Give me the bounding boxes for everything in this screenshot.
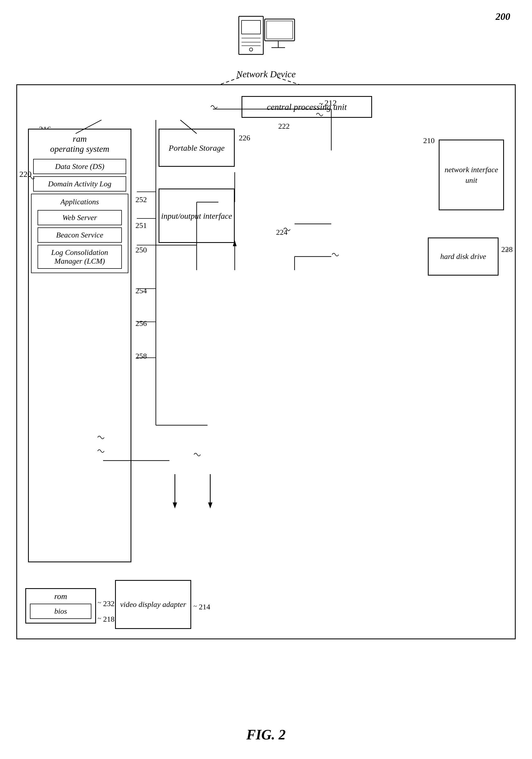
ref-224: 224: [276, 228, 287, 237]
hdd-label: hard disk drive: [440, 252, 486, 261]
network-device-label: Network Device: [211, 69, 321, 79]
ref-214-wavy: ~: [193, 603, 197, 610]
rom-outer-box: rom bios: [25, 588, 96, 623]
vda-label: video display adapter: [120, 599, 186, 610]
computer-icon: [236, 11, 296, 65]
ref-218-wavy: ~: [97, 615, 101, 622]
os-label: operating system: [29, 144, 131, 157]
cpu-box: central processing unit: [242, 96, 372, 118]
hard-disk-drive-box: hard disk drive: [428, 237, 499, 276]
network-device-area: Network Device: [211, 11, 321, 79]
page-container: 200 Network Device central processing un…: [0, 0, 532, 759]
web-server-box: Web Server: [38, 210, 122, 225]
ram-label: ram: [29, 130, 131, 144]
data-store-box: Data Store (DS): [33, 159, 126, 174]
niu-label: network interface unit: [439, 164, 503, 185]
ram-os-box: ram operating system Data Store (DS) Dom…: [28, 129, 132, 562]
data-store-label: Data Store (DS): [55, 162, 104, 171]
io-interface-label: input/output interface: [161, 211, 232, 221]
ref-254: 254: [135, 287, 147, 295]
bios-box: bios: [30, 604, 92, 619]
svg-rect-44: [265, 19, 294, 41]
ref-250: 250: [135, 246, 147, 254]
ref-232: 232: [103, 599, 115, 608]
svg-rect-45: [267, 21, 293, 39]
ref-222: 222: [278, 122, 290, 131]
rom-area: rom bios: [25, 588, 96, 623]
ref-214: 214: [199, 603, 210, 611]
ref-220: 220: [19, 170, 31, 179]
ref-251: 251: [135, 221, 147, 230]
io-interface-box: input/output interface: [159, 188, 235, 243]
ref-228: 228: [501, 245, 513, 254]
domain-activity-log-box: Domain Activity Log: [33, 176, 126, 191]
video-display-adapter-box: video display adapter: [115, 580, 191, 629]
ref-210: 210: [423, 136, 435, 145]
portable-storage-box: Portable Storage: [159, 129, 235, 167]
ref-218: 218: [103, 615, 115, 623]
log-consolidation-box: Log Consolidation Manager (LCM): [38, 245, 122, 269]
ref-256: 256: [135, 319, 147, 328]
applications-outer-box: Applications Web Server Beacon Service L…: [31, 194, 129, 273]
cpu-ref: 212: [324, 98, 337, 107]
web-server-label: Web Server: [62, 213, 97, 222]
ref-258: 258: [135, 352, 147, 360]
figure-caption: FIG. 2: [247, 727, 285, 743]
ref-226: 226: [239, 134, 250, 142]
cpu-ref-wavy: ~: [319, 99, 323, 108]
svg-marker-73: [208, 502, 212, 508]
svg-rect-39: [242, 20, 261, 34]
ref-252: 252: [135, 195, 147, 204]
network-interface-unit-box: network interface unit: [439, 140, 504, 210]
applications-label: Applications: [33, 196, 126, 208]
rom-label: rom: [29, 592, 93, 603]
portable-storage-label: Portable Storage: [169, 142, 225, 153]
beacon-service-label: Beacon Service: [56, 231, 103, 239]
beacon-service-box: Beacon Service: [38, 227, 122, 243]
figure-number-label: 200: [496, 11, 510, 22]
svg-marker-71: [173, 502, 177, 508]
svg-point-43: [249, 48, 253, 51]
main-diagram-box: central processing unit ~ 212 216 ram op…: [16, 84, 516, 639]
bios-label: bios: [55, 607, 67, 615]
svg-rect-38: [239, 16, 263, 55]
log-consolidation-label: Log Consolidation Manager (LCM): [51, 248, 108, 265]
ref-232-wavy: ~: [97, 599, 101, 606]
domain-activity-log-label: Domain Activity Log: [48, 180, 111, 188]
